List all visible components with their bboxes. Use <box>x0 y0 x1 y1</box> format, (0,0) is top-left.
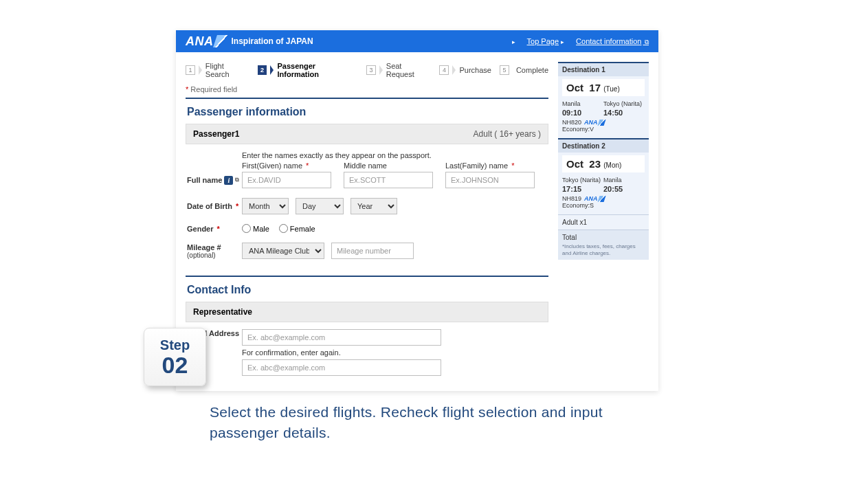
full-name-label: Full name i⧉ <box>187 176 242 185</box>
dob-label: Date of Birth* <box>187 202 242 210</box>
dest-2-date: Oct 23 (Mon) <box>562 155 645 172</box>
external-link-icon: ⧉ <box>643 38 649 45</box>
tagline: Inspiration of JAPAN <box>232 36 313 46</box>
total-disclaimer: *Includes taxes, fees, charges and Airli… <box>562 243 645 256</box>
contact-section-title: Contact Info <box>186 276 548 302</box>
main-column: 1Flight Search 2Passenger Information 3S… <box>186 62 548 379</box>
required-field-note: * Required field <box>186 85 548 93</box>
email-confirm-input[interactable] <box>242 359 441 376</box>
dest-2-to: Manila <box>603 177 645 183</box>
dest-2-dep-time: 17:15 <box>562 185 603 193</box>
step-passenger-info: 2Passenger Information <box>258 62 358 78</box>
email-confirm-label: For confirmation, enter again. <box>242 348 441 357</box>
dest-1-to: Tokyo (Narita) <box>603 100 645 107</box>
dest-1-arr-time: 14:50 <box>603 109 645 117</box>
mileage-program-select[interactable]: ANA Mileage Club <box>242 243 324 259</box>
info-icon[interactable]: i <box>224 176 233 185</box>
dest-1-class: Economy:V <box>558 126 649 134</box>
step-complete: 5Complete <box>500 65 548 75</box>
external-link-icon: ⧉ <box>235 177 239 183</box>
instruction-caption: Select the desired flights. Recheck flig… <box>210 402 622 444</box>
total-label: Total <box>562 234 645 241</box>
gender-male-option[interactable]: Male <box>242 224 269 233</box>
ana-mini-logo-icon: ANA <box>584 119 605 126</box>
total-block: Total *Includes taxes, fees, charges and… <box>558 230 649 260</box>
dest-2-class: Economy:S <box>558 202 649 210</box>
contact-link[interactable]: Contact information ⧉ <box>576 37 649 45</box>
middle-name-input[interactable] <box>344 172 433 188</box>
dest-1-title: Destination 1 <box>558 63 649 76</box>
passenger-section-title: Passenger information <box>186 98 548 124</box>
booking-window: ANA Inspiration of JAPAN ▸Top Page ▸Cont… <box>176 30 658 391</box>
header-bar: ANA Inspiration of JAPAN ▸Top Page ▸Cont… <box>176 30 658 52</box>
dest-2-from: Tokyo (Narita) <box>562 177 603 183</box>
header-links: ▸Top Page ▸Contact information ⧉ <box>512 37 649 46</box>
first-name-input[interactable] <box>242 172 331 188</box>
ana-logo: ANA <box>186 34 214 49</box>
itinerary-sidebar: Destination 1 Oct 17 (Tue) ManilaTokyo (… <box>558 62 649 379</box>
dob-day-select[interactable]: Day <box>296 198 344 214</box>
dest-1-dep-time: 09:10 <box>562 109 603 117</box>
mileage-number-input[interactable] <box>331 243 414 259</box>
representative-row: Representative <box>186 302 548 322</box>
passport-note: Enter the names exactly as they appear o… <box>242 151 547 159</box>
dest-1-date: Oct 17 (Tue) <box>562 79 645 96</box>
passenger-header-row: Passenger1 Adult ( 16+ years ) <box>186 124 548 144</box>
mileage-label: Mileage # (optional) <box>187 243 242 259</box>
ana-logo-slash-icon <box>213 35 230 47</box>
step-purchase: 4Purchase <box>439 65 491 75</box>
step-seat-request: 3Seat Request <box>366 62 431 78</box>
destination-2-block: Destination 2 Oct 23 (Mon) Tokyo (Narita… <box>558 138 649 214</box>
ana-mini-logo-icon: ANA <box>584 195 605 202</box>
gender-female-option[interactable]: Female <box>279 224 315 233</box>
dest-1-flight-no: NH820 <box>562 119 581 126</box>
destination-1-block: Destination 1 Oct 17 (Tue) ManilaTokyo (… <box>558 62 649 138</box>
step-02-badge: Step 02 <box>144 328 206 386</box>
email-input[interactable] <box>242 329 441 346</box>
dest-2-flight-no: NH819 <box>562 195 581 202</box>
progress-steps: 1Flight Search 2Passenger Information 3S… <box>186 62 548 78</box>
caret-icon: ▸ <box>561 38 564 45</box>
passenger-type: Adult ( 16+ years ) <box>474 129 541 139</box>
dest-2-title: Destination 2 <box>558 139 649 153</box>
dest-1-from: Manila <box>562 100 603 107</box>
name-column-labels: First(Given) name * Middle name Last(Fam… <box>242 161 547 170</box>
dob-month-select[interactable]: Month <box>242 198 289 214</box>
top-page-link[interactable]: Top Page <box>527 37 559 45</box>
caret-icon: ▸ <box>512 38 515 45</box>
gender-label: Gender* <box>187 225 242 233</box>
last-name-input[interactable] <box>445 172 535 188</box>
dob-year-select[interactable]: Year <box>350 198 397 214</box>
pax-count: Adult x1 <box>558 214 649 230</box>
step-flight-search: 1Flight Search <box>186 62 249 78</box>
dest-2-arr-time: 20:55 <box>603 185 645 193</box>
passenger-number: Passenger1 <box>193 129 239 139</box>
